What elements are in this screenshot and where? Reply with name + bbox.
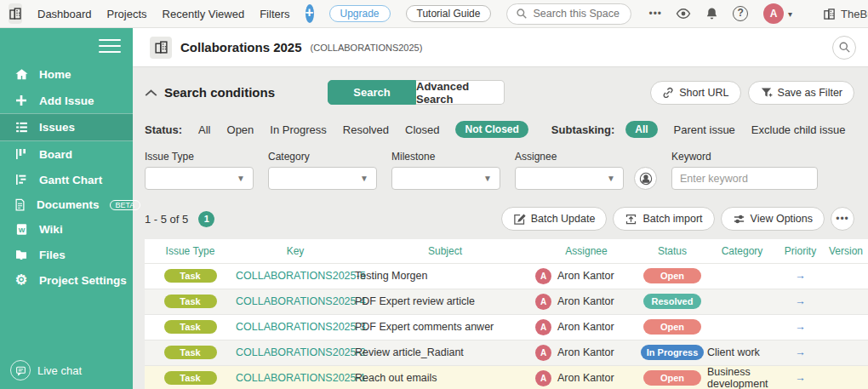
account-menu[interactable]: A ▾	[763, 3, 792, 24]
issue-type-dropdown[interactable]: ▼	[145, 167, 254, 190]
sidebar-item-label: Add Issue	[39, 94, 94, 107]
chevron-up-icon	[145, 89, 157, 97]
avatar: A	[535, 370, 551, 386]
subtasking-option-exclude-child[interactable]: Exclude child issue	[751, 123, 846, 136]
sidebar-item-board[interactable]: Board	[0, 141, 133, 167]
subtasking-option-all[interactable]: All	[625, 121, 657, 138]
table-row[interactable]: Task COLLABORATIONS2025-2 Review article…	[145, 340, 868, 365]
upgrade-button[interactable]: Upgrade	[329, 5, 391, 22]
issues-table: Issue Type Key Subject Assignee Status C…	[145, 239, 868, 389]
nav-projects[interactable]: Projects	[107, 8, 147, 20]
table-row[interactable]: Task COLLABORATIONS2025-3 PDF Expert com…	[145, 314, 868, 340]
save-as-filter-button[interactable]: Save as Filter	[748, 81, 854, 105]
status-option-in-progress[interactable]: In Progress	[270, 123, 326, 136]
assign-to-me-button[interactable]	[634, 167, 657, 190]
short-url-button[interactable]: Short URL	[650, 81, 740, 105]
project-search-button[interactable]	[832, 36, 856, 60]
live-chat-label: Live chat	[37, 364, 82, 377]
col-subject[interactable]: Subject	[355, 239, 535, 263]
status-option-closed[interactable]: Closed	[405, 123, 439, 136]
category-dropdown[interactable]: ▼	[268, 167, 377, 190]
plus-icon	[14, 94, 29, 107]
user-avatar[interactable]: A	[763, 3, 784, 24]
sidebar-item-home[interactable]: Home	[0, 61, 133, 88]
overflow-menu-icon[interactable]: •••	[648, 8, 662, 20]
col-assignee[interactable]: Assignee	[535, 239, 637, 263]
notifications-bell-icon[interactable]	[705, 7, 719, 21]
chat-bubble-icon	[10, 360, 31, 380]
table-row[interactable]: Task COLLABORATIONS2025-5 Testing Morgen…	[145, 263, 868, 289]
issue-type-badge: Task	[164, 371, 217, 385]
search-conditions-toggle[interactable]: Search conditions	[145, 85, 275, 100]
sidebar-item-project-settings[interactable]: ⚙ Project Settings	[0, 267, 133, 293]
keyword-label: Keyword	[671, 151, 818, 163]
status-label: Status:	[145, 123, 182, 136]
tutorial-guide-button[interactable]: Tutorial Guide	[406, 5, 492, 22]
sidebar-item-gantt-chart[interactable]: Gantt Chart	[0, 167, 133, 192]
issue-version	[824, 314, 868, 340]
table-row[interactable]: Task COLLABORATIONS2025-1 Reach out emai…	[145, 365, 868, 389]
help-icon[interactable]: ?	[733, 6, 748, 21]
watch-eye-icon[interactable]	[676, 6, 691, 21]
live-chat-button[interactable]: Live chat	[10, 360, 82, 380]
issue-key-link[interactable]: COLLABORATIONS2025-1	[236, 372, 366, 384]
issue-subject[interactable]: Testing Morgen	[355, 263, 535, 289]
col-priority[interactable]: Priority	[777, 239, 824, 263]
priority-normal-icon: →	[777, 263, 824, 289]
collapse-menu-icon[interactable]	[99, 39, 121, 53]
project-key: (COLLABORATIONS2025)	[311, 43, 423, 53]
assignee-dropdown[interactable]: ▼	[515, 167, 624, 190]
col-status[interactable]: Status	[637, 239, 707, 263]
keyword-input[interactable]	[671, 167, 818, 190]
nav-filters[interactable]: Filters	[260, 8, 289, 20]
issue-subject[interactable]: Review article_Radiant	[355, 340, 535, 365]
add-quick-button[interactable]: +	[306, 4, 314, 23]
issue-subject[interactable]: PDF Expert comments anwer	[355, 314, 535, 340]
issue-category	[707, 314, 777, 340]
app-logo[interactable]	[9, 3, 22, 24]
view-options-button[interactable]: View Options	[721, 207, 825, 231]
col-version[interactable]: Version	[824, 239, 868, 263]
chevron-down-icon: ▼	[360, 174, 368, 183]
nav-dashboard[interactable]: Dashboard	[37, 8, 92, 20]
sidebar-item-files[interactable]: Files	[0, 242, 133, 267]
sidebar-item-issues[interactable]: Issues	[0, 113, 133, 141]
status-option-open[interactable]: Open	[227, 123, 254, 136]
milestone-dropdown[interactable]: ▼	[391, 167, 500, 190]
avatar: A	[535, 345, 551, 361]
col-category[interactable]: Category	[707, 239, 777, 263]
sidebar-item-documents[interactable]: Documents BETA	[0, 192, 133, 217]
issue-key-link[interactable]: COLLABORATIONS2025-4	[236, 295, 366, 307]
space-switcher[interactable]: TheBusinessDive	[823, 8, 868, 20]
sidebar-item-label: Documents	[37, 198, 100, 211]
status-badge: Open	[643, 268, 701, 283]
batch-import-button[interactable]: Batch import	[613, 207, 714, 231]
col-key[interactable]: Key	[236, 239, 355, 263]
more-options-button[interactable]: •••	[831, 207, 854, 231]
status-option-all[interactable]: All	[198, 123, 210, 136]
tab-search[interactable]: Search	[328, 80, 416, 105]
subtasking-option-parent-issue[interactable]: Parent issue	[674, 123, 735, 136]
table-row[interactable]: Task COLLABORATIONS2025-4 PDF Expert rev…	[145, 289, 868, 314]
status-badge: Open	[643, 370, 701, 386]
issue-key-link[interactable]: COLLABORATIONS2025-2	[236, 346, 366, 358]
issue-subject[interactable]: PDF Expert review article	[355, 289, 535, 314]
import-icon	[625, 213, 637, 226]
batch-update-button[interactable]: Batch Update	[501, 207, 608, 231]
issue-subject[interactable]: Reach out emails	[355, 365, 535, 389]
space-search-input[interactable]	[533, 8, 622, 20]
project-sidebar: Home Add Issue Issues Board Gantt Chart	[0, 28, 133, 389]
issue-category	[707, 263, 777, 289]
issue-key-link[interactable]: COLLABORATIONS2025-3	[236, 321, 366, 333]
col-issue-type[interactable]: Issue Type	[145, 239, 236, 263]
page-1-button[interactable]: 1	[198, 211, 214, 227]
sidebar-item-add-issue[interactable]: Add Issue	[0, 88, 133, 113]
nav-recently-viewed[interactable]: Recently Viewed	[163, 8, 245, 20]
sidebar-item-label: Wiki	[39, 223, 63, 236]
sidebar-item-wiki[interactable]: W Wiki	[0, 217, 133, 242]
issue-key-link[interactable]: COLLABORATIONS2025-5	[236, 270, 366, 282]
status-option-not-closed[interactable]: Not Closed	[455, 121, 528, 138]
status-option-resolved[interactable]: Resolved	[343, 123, 389, 136]
space-search[interactable]	[506, 3, 631, 25]
tab-advanced-search[interactable]: Advanced Search	[416, 80, 505, 105]
